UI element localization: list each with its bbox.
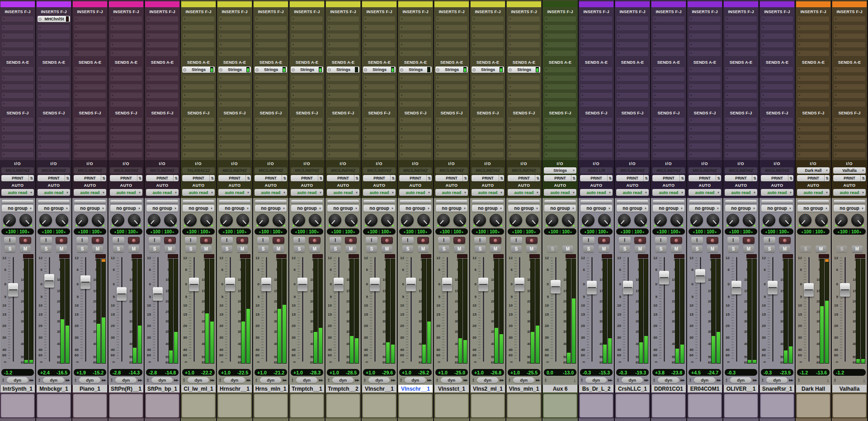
group-selector[interactable]: no group ▼ [363,205,395,212]
fast-forward-icon[interactable]: ▶▶ [29,378,33,382]
send-slot-d[interactable] [689,92,721,99]
comments-area[interactable] [688,394,722,417]
solo-button[interactable]: S [294,246,305,252]
volume-display[interactable]: +3.8 -23.8 [652,369,685,376]
send-slot-i[interactable] [616,143,649,149]
send-slot-j[interactable] [833,151,866,158]
insert-slot-d[interactable] [74,42,106,48]
send-slot-d[interactable] [399,92,432,99]
nudge-arrows[interactable]: ▲▼ [183,378,185,383]
volume-display[interactable]: -0.3 -15.3 [580,369,613,376]
nudge-down-icon[interactable]: ▼ [653,380,656,383]
pan-knob-left[interactable] [690,214,703,227]
insert-slot-a[interactable] [616,16,649,22]
volume-display[interactable]: -2.8 -14.8 [146,369,179,376]
input-monitor-button[interactable]: I [76,237,88,244]
insert-slot-a[interactable] [110,16,142,22]
solo-button[interactable]: S [185,246,196,252]
send-slot-e[interactable] [182,101,215,107]
insert-slot-d[interactable] [255,42,287,48]
insert-slot-d[interactable] [182,42,215,48]
volume-display[interactable]: -1.2 [833,369,866,376]
insert-slot-c[interactable] [146,33,179,39]
track-color-bar[interactable] [434,1,469,7]
insert-slot-a[interactable] [74,16,106,22]
output-selector[interactable]: PRINT ⇅ [616,175,649,181]
send-slot-c[interactable] [725,84,757,90]
fast-forward-icon[interactable]: ▶▶ [246,378,250,382]
input-selector[interactable]: MIC/LINE/HIZ ▼ [689,167,721,174]
fast-forward-icon[interactable]: ▶▶ [174,378,178,382]
dyn-button[interactable]: dyn [188,377,209,383]
automation-mode-selector[interactable]: auto read ▼ [544,189,576,196]
insert-slot-d[interactable] [652,42,685,48]
dyn-button[interactable]: dyn [694,377,715,383]
mute-button[interactable]: M [562,246,573,252]
send-slot-i[interactable] [182,143,215,149]
automation-mode-selector[interactable]: auto read ▼ [580,189,613,196]
pan-knob-left[interactable] [726,214,739,227]
send-bypass-dot[interactable] [436,68,439,71]
send-slot-b[interactable] [652,75,685,81]
send-slot-e[interactable] [652,101,685,107]
insert-slot-d[interactable] [435,42,468,48]
send-slot-a[interactable] [761,66,793,73]
automation-mode-selector[interactable]: auto read ▼ [652,189,685,196]
send-slot-c[interactable] [689,84,721,90]
solo-button[interactable]: S [366,246,377,252]
nudge-arrows[interactable]: ▲▼ [834,378,836,383]
mute-button[interactable]: M [635,246,646,252]
fader-track[interactable] [736,257,737,362]
volume-display[interactable]: -0.3 -23.5 [761,369,793,376]
send-slot-b[interactable] [580,75,613,81]
insert-slot-b[interactable] [580,24,613,31]
nudge-arrows[interactable]: ▲▼ [291,378,294,383]
pan-knob-left[interactable] [835,214,848,227]
send-slot-e[interactable] [508,101,540,107]
send-slot-h[interactable] [725,134,757,141]
track-name[interactable]: Vlnschr__1 [398,385,433,393]
automation-mode-selector[interactable]: auto read ▼ [110,189,142,196]
send-slot-d[interactable] [652,92,685,99]
input-selector[interactable]: Valhalla ▼ [833,167,866,174]
group-id-bar[interactable] [653,200,684,203]
send-slot-h[interactable] [182,134,215,141]
insert-slot-c[interactable] [327,33,359,39]
automation-mode-selector[interactable]: auto read ▼ [508,189,540,196]
fader-track[interactable] [193,257,195,362]
insert-slot-c[interactable] [218,33,251,39]
pan-knob-right[interactable] [92,214,104,227]
send-slot-j[interactable] [146,151,179,158]
group-id-bar[interactable] [617,200,648,203]
fader-track[interactable] [121,257,123,362]
input-monitor-button[interactable]: I [474,237,486,244]
send-slot-h[interactable] [508,134,540,141]
insert-slot-c[interactable] [363,33,396,39]
send-slot-j[interactable] [110,151,142,158]
nudge-down-icon[interactable]: ▼ [834,380,836,383]
fader-track[interactable] [808,257,810,362]
send-slot-d[interactable] [797,92,830,99]
insert-slot-d[interactable] [616,42,649,48]
nudge-arrows[interactable]: ▲▼ [219,378,222,383]
insert-slot-d[interactable] [689,42,721,48]
group-selector[interactable]: no group ▼ [219,205,250,212]
input-selector[interactable]: MIC/LINE/HIZ ▼ [146,167,179,174]
insert-slot-d[interactable] [725,42,757,48]
fader-track[interactable] [85,257,86,362]
mute-button[interactable]: M [418,246,429,252]
insert-slot-a[interactable] [652,16,685,22]
nudge-arrows[interactable]: ▲▼ [110,378,113,383]
send-button[interactable]: Strings [363,66,396,73]
input-selector[interactable]: MIC/LINE/HIZ ▼ [110,167,142,174]
send-slot-b[interactable] [182,75,215,81]
fast-forward-icon[interactable]: ▶▶ [680,378,684,382]
send-slot-a[interactable] [797,66,830,73]
mute-button[interactable]: M [816,246,826,252]
output-selector[interactable]: PRINT ⇅ [544,175,576,181]
send-slot-a[interactable] [1,66,34,73]
insert-slot-c[interactable] [472,33,504,39]
send-slot-g[interactable] [797,126,830,132]
fast-forward-icon[interactable]: ▶▶ [391,378,395,382]
insert-slot-b[interactable] [146,24,179,31]
